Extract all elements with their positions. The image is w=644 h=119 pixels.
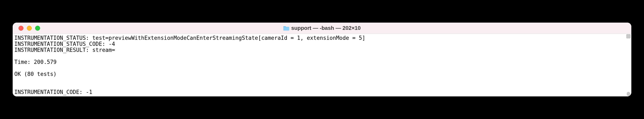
minimize-button[interactable] [27, 26, 32, 31]
content-wrap: INSTRUMENTATION_STATUS: test=previewWith… [13, 34, 631, 96]
terminal-output[interactable]: INSTRUMENTATION_STATUS: test=previewWith… [13, 34, 631, 96]
window-title-group: support — -bash — 202×10 [284, 25, 360, 31]
close-button[interactable] [18, 26, 24, 31]
folder-icon [284, 26, 289, 31]
window-controls [13, 26, 40, 31]
zoom-button[interactable] [35, 26, 40, 31]
terminal-window: support — -bash — 202×10 INSTRUMENTATION… [13, 23, 631, 96]
window-title: support — -bash — 202×10 [291, 25, 360, 31]
scrollbar-thumb[interactable] [627, 92, 630, 96]
svg-rect-0 [284, 27, 289, 30]
scrollbar[interactable] [626, 34, 631, 96]
titlebar[interactable]: support — -bash — 202×10 [13, 23, 631, 34]
scroll-indicator-icon [626, 34, 630, 38]
